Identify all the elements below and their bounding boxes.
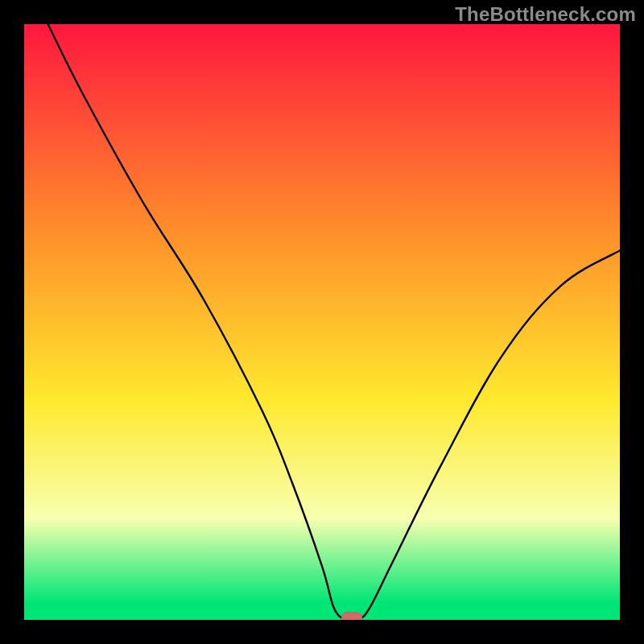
border-right [620,0,644,644]
border-left [0,0,24,644]
border-bottom [0,620,644,644]
chart-svg [0,0,644,644]
watermark-text: TheBottleneck.com [455,3,636,26]
chart-stage: TheBottleneck.com [0,0,644,644]
plot-background [24,24,620,620]
